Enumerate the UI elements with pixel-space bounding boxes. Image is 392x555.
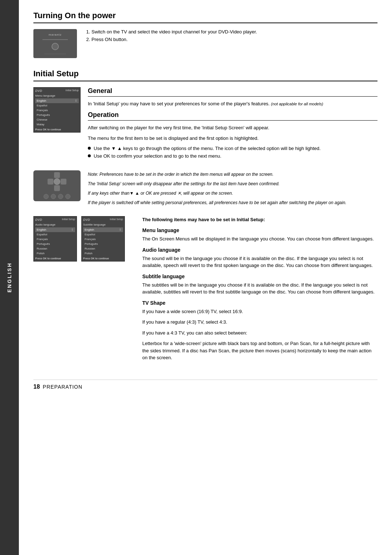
menu-language-body: The On Screen Menus will be displayed in… — [142, 235, 377, 243]
ok-button-image — [54, 178, 60, 185]
sidebar: ENGLISH — [0, 0, 19, 555]
power-steps: Switch on the TV and select the video in… — [84, 29, 377, 58]
bottom-two-screens: DVD Initial Setup Audio language English… — [33, 216, 135, 262]
footer: 18 PREPARATION — [33, 380, 377, 390]
initial-setup-title: Initial Setup — [33, 69, 377, 81]
tv-shape-body2: If you have a regular (4:3) TV, select 4… — [142, 319, 377, 326]
audio-language-body: The sound will be in the language you ch… — [142, 255, 377, 269]
remote-mockup — [33, 170, 81, 201]
power-step-2: Press ON button. — [91, 37, 377, 42]
general-title: General — [88, 87, 377, 97]
bullet-2: Use OK to confirm your selection and to … — [88, 153, 377, 159]
tv-shape-body3: If you have a 4:3 TV, you can also selec… — [142, 329, 377, 337]
italic-notes: Note: Preferences have to be set in the … — [88, 168, 377, 209]
tv-shape-title: TV Shape — [142, 300, 377, 306]
tv-shape-body4: Letterbox for a 'wide-screen' picture wi… — [142, 340, 377, 361]
remote-image-container — [33, 168, 81, 209]
initial-setup-section: Initial Setup DVD Initial Setup Menu lan… — [33, 69, 377, 365]
menu-language-title: Menu language — [142, 227, 377, 233]
audio-language-title: Audio language — [142, 247, 377, 253]
audio-language-screenshot: DVD Initial Setup Audio language English… — [33, 216, 77, 262]
subtitle-language-title: Subtitle language — [142, 274, 377, 279]
bottom-descriptions: The following items may have to be set i… — [142, 216, 377, 365]
bottom-screens-container: DVD Initial Setup Audio language English… — [33, 216, 135, 365]
general-body: In 'Initial Setup' you may have to set y… — [88, 100, 377, 108]
italic-note-4: If the player is switched off while sett… — [88, 199, 377, 206]
subtitle-language-screenshot: DVD Initial Setup Subtitle language Engl… — [81, 216, 125, 262]
power-step-1: Switch on the TV and select the video in… — [91, 29, 377, 35]
bullet-1: Use the ▼ ▲ keys to go through the optio… — [88, 146, 377, 151]
footer-text: PREPARATION — [43, 384, 82, 390]
operation-body2: The menu for the first item to be set is… — [88, 135, 377, 142]
sidebar-label: ENGLISH — [7, 262, 12, 292]
operation-title: Operation — [88, 111, 377, 121]
italic-note-2: The 'Initial Setup' screen will only dis… — [88, 181, 377, 187]
device-image: marantz — [33, 29, 77, 58]
turning-on-section: Turning On the power marantz Switch on t… — [33, 11, 377, 58]
power-knob-image — [52, 43, 59, 50]
italic-note-3: If any keys other than▼ ▲ or OK are pres… — [88, 190, 377, 197]
menu-language-screenshot: DVD Initial Setup Menu language English … — [33, 87, 81, 161]
page-number: 18 — [33, 384, 40, 390]
operation-bullets: Use the ▼ ▲ keys to go through the optio… — [88, 146, 377, 159]
following-items-heading: The following items may have to be set i… — [142, 216, 377, 223]
italic-note-1: Note: Preferences have to be set in the … — [88, 171, 377, 178]
general-text: General In 'Initial Setup' you may have … — [88, 87, 377, 161]
turning-on-title: Turning On the power — [33, 11, 377, 23]
subtitle-language-body: The subtitles will be in the language yo… — [142, 281, 377, 296]
operation-body1: After switching on the player for the ve… — [88, 124, 377, 131]
tv-shape-body1: If you have a wide screen (16:9) TV, sel… — [142, 308, 377, 315]
